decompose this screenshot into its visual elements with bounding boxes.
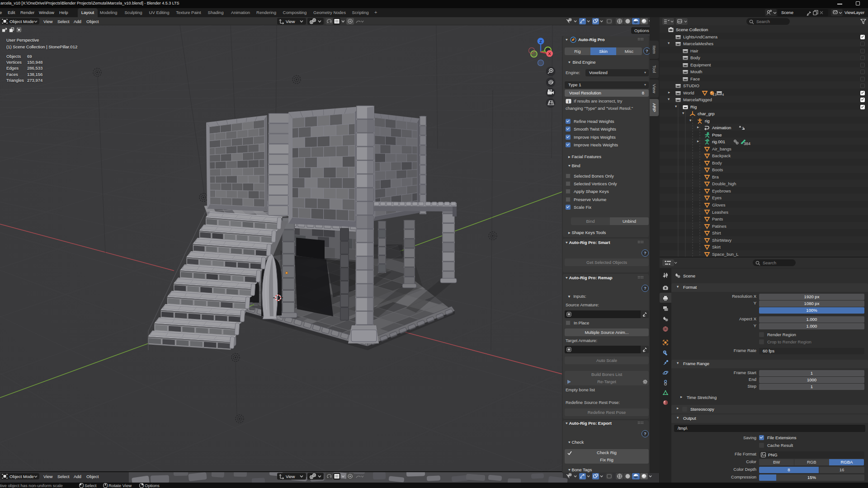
svg-text:View: View (286, 19, 295, 24)
svg-text:Scene: Scene (781, 10, 793, 15)
svg-text:Z: Z (539, 39, 542, 44)
svg-text:View: View (286, 474, 295, 479)
svg-text:i: i (568, 99, 569, 104)
svg-text:ViewLayer: ViewLayer (844, 10, 864, 15)
svg-text:X: X (548, 52, 551, 56)
